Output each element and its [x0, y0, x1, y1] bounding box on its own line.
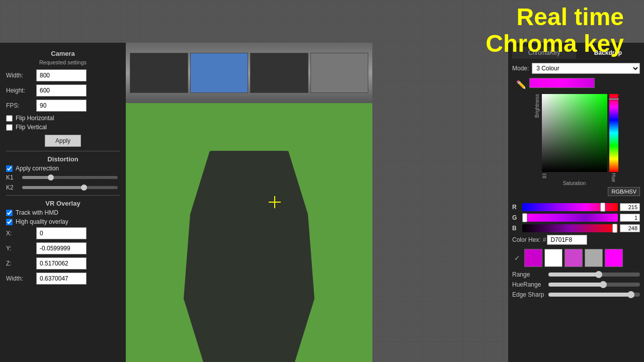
- k2-track[interactable]: [22, 186, 118, 189]
- apply-button[interactable]: Apply: [45, 135, 81, 147]
- saturation-label: Saturation: [542, 180, 607, 186]
- hex-row: Color Hex: #: [512, 235, 640, 245]
- track-hmd-label: Track with HMD: [16, 209, 58, 216]
- y-input[interactable]: [36, 242, 87, 254]
- high-quality-label: High quality overlay: [16, 218, 68, 225]
- saturation-overlay: [542, 94, 607, 172]
- hue-cursor: [608, 98, 619, 100]
- track-hmd-checkbox[interactable]: [6, 210, 13, 216]
- color-picker-area: ✏️ Brightness ☰ Saturation Hu: [512, 78, 640, 199]
- huerange-row: HueRange: [512, 281, 640, 288]
- swatch-4[interactable]: [605, 249, 623, 267]
- edgesharp-label: Edge Sharp: [512, 291, 548, 298]
- flip-v-label: Flip Vertical: [16, 124, 47, 131]
- z-label: Z:: [6, 260, 36, 267]
- camera-feed-top: [126, 43, 372, 103]
- swatch-1[interactable]: [544, 249, 562, 267]
- swatch-check-icon: ✓: [512, 254, 522, 262]
- rgb-hsv-button[interactable]: RGB/HSV: [608, 187, 640, 196]
- edgesharp-row: Edge Sharp: [512, 291, 640, 298]
- k1-label: K1: [6, 174, 20, 181]
- x-input[interactable]: [36, 227, 87, 239]
- huerange-slider[interactable]: [548, 283, 640, 287]
- g-row: G: [512, 214, 640, 222]
- monitor-thumb-4: [310, 53, 369, 93]
- k2-row: K2: [6, 184, 120, 191]
- b-row: B: [512, 224, 640, 232]
- b-slider-track: [522, 224, 618, 232]
- height-row: Height:: [6, 84, 120, 97]
- title-line-1: Real time: [486, 4, 624, 31]
- flip-h-label: Flip Horizontal: [16, 115, 54, 122]
- range-slider[interactable]: [548, 273, 640, 277]
- k2-thumb: [81, 185, 87, 191]
- monitor-thumb-2: [190, 53, 249, 93]
- fps-input[interactable]: [36, 100, 87, 112]
- r-value[interactable]: [620, 203, 640, 211]
- r-label: R: [512, 204, 520, 211]
- swatch-3[interactable]: [585, 249, 603, 267]
- edgesharp-fill: [548, 293, 631, 297]
- hex-input[interactable]: [547, 235, 587, 245]
- edgesharp-slider[interactable]: [548, 293, 640, 297]
- monitor-thumb-3: [250, 53, 308, 93]
- x-label: X:: [6, 230, 36, 237]
- w-row: Width:: [6, 273, 120, 285]
- width-input[interactable]: [36, 69, 87, 81]
- flip-v-checkbox[interactable]: [6, 124, 13, 131]
- width-label: Width:: [6, 72, 36, 79]
- apply-correction-label: Apply correction: [16, 165, 59, 172]
- small-icon: ☰: [542, 173, 607, 179]
- mode-row: Mode: 3 Colour 1 Colour 2 Colour: [512, 63, 640, 74]
- saturation-box[interactable]: [542, 94, 607, 172]
- swatches-row: ✓: [512, 249, 640, 267]
- b-thumb: [612, 224, 617, 233]
- range-fill: [548, 273, 599, 277]
- camera-feed: [126, 43, 372, 362]
- flip-h-checkbox[interactable]: [6, 115, 13, 122]
- brightness-label: Brightness: [534, 94, 540, 118]
- r-thumb: [600, 203, 605, 212]
- range-thumb: [595, 271, 602, 278]
- distortion-title: Distortion: [6, 155, 120, 163]
- crosshair: [269, 196, 281, 208]
- fps-row: FPS:: [6, 100, 120, 112]
- camera-title: Camera: [6, 50, 120, 57]
- range-row: Range: [512, 271, 640, 278]
- apply-correction-checkbox[interactable]: [6, 165, 13, 172]
- hue-bar[interactable]: [609, 94, 618, 172]
- hex-hash: #: [543, 236, 546, 243]
- color-preview-bar[interactable]: [529, 78, 595, 88]
- brightness-label-cell: Brightness: [534, 94, 540, 118]
- track-hmd-row: Track with HMD: [6, 209, 120, 216]
- b-slider[interactable]: [522, 224, 618, 232]
- swatch-0[interactable]: [524, 249, 542, 267]
- monitor-strip: [126, 43, 372, 103]
- g-value[interactable]: [620, 214, 640, 222]
- b-value[interactable]: [620, 224, 640, 232]
- edgesharp-thumb: [627, 291, 634, 298]
- z-row: Z:: [6, 257, 120, 269]
- range-label: Range: [512, 271, 548, 278]
- height-label: Height:: [6, 87, 36, 94]
- high-quality-checkbox[interactable]: [6, 219, 13, 225]
- g-thumb: [522, 213, 527, 222]
- r-slider[interactable]: [522, 203, 618, 211]
- k1-track[interactable]: [22, 176, 118, 179]
- mode-select[interactable]: 3 Colour 1 Colour 2 Colour: [532, 63, 640, 74]
- left-panel: Camera Requested settings Width: Height:…: [0, 43, 126, 362]
- title-line-2: Chroma key: [486, 31, 624, 57]
- z-input[interactable]: [36, 257, 87, 269]
- swatch-2[interactable]: [565, 249, 583, 267]
- huerange-fill: [548, 283, 603, 287]
- fps-label: FPS:: [6, 102, 36, 109]
- huerange-label: HueRange: [512, 281, 548, 288]
- height-input[interactable]: [36, 84, 87, 97]
- hue-label: Hue: [611, 173, 616, 182]
- g-slider-track: [522, 214, 618, 222]
- g-slider[interactable]: [522, 214, 618, 222]
- w-label: Width:: [6, 275, 36, 282]
- w-input[interactable]: [36, 273, 87, 285]
- joystick-image: [184, 151, 314, 362]
- eyedropper-icon[interactable]: ✏️: [516, 80, 526, 89]
